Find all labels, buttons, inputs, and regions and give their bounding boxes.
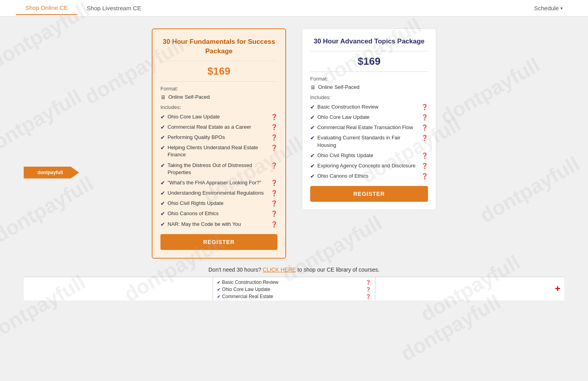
fundamentals-price: $169	[160, 65, 277, 77]
help-icon[interactable]: ❓	[421, 114, 428, 120]
list-item: ✔ Understanding Environmental Regulation…	[160, 190, 277, 197]
fundamentals-course-list: ✔ Ohio Core Law Update ❓ ✔ Commercial Re…	[160, 113, 277, 228]
check-icon: ✔	[160, 114, 165, 120]
check-icon: ✔	[160, 162, 165, 169]
advanced-package-card: 30 Hour Advanced Topics Package $169 For…	[302, 28, 436, 210]
advanced-card-title: 30 Hour Advanced Topics Package	[310, 37, 428, 46]
list-item: ✔ Ohio Civil Rights Update ❓	[310, 152, 428, 159]
fundamentals-format-value: 🖥 Online Self-Paced	[160, 94, 277, 100]
navigation: Shop Online CE Shop Livestream CE Schedu…	[0, 0, 588, 17]
arrow-badge-label: dontpayfull	[24, 167, 79, 178]
check-icon: ✔	[310, 135, 315, 141]
list-item: ✔ NAR: May the Code be with You ❓	[160, 221, 277, 228]
fundamentals-register-button[interactable]: REGISTER	[160, 234, 277, 250]
partial-middle-panel: ✔ Basic Construction Review ❓ ✔ Ohio Cor…	[213, 277, 375, 300]
check-icon: ✔	[160, 180, 165, 186]
fundamentals-includes-label: Includes:	[160, 104, 277, 110]
expand-button[interactable]: +	[555, 283, 560, 294]
list-item: ✔ Ohio Civil Rights Update ❓	[160, 200, 277, 207]
help-icon[interactable]: ❓	[271, 145, 277, 151]
chevron-down-icon: ▾	[560, 6, 563, 11]
help-icon[interactable]: ❓	[271, 180, 277, 186]
card-divider-1	[160, 61, 277, 61]
check-icon: ✔	[310, 104, 315, 110]
check-icon: ✔	[160, 190, 165, 196]
partial-bottom-section: ✔ Basic Construction Review ❓ ✔ Ohio Cor…	[24, 277, 564, 300]
help-icon[interactable]: ❓	[421, 173, 428, 179]
list-item: ✔ Exploring Agency Concepts and Disclosu…	[310, 162, 428, 169]
list-item: ✔ Ohio Core Law Update ❓	[217, 286, 371, 293]
list-item: ✔ Evaluating Current Standards in Fair H…	[310, 134, 428, 148]
help-icon[interactable]: ❓	[271, 210, 277, 217]
check-icon: ✔	[217, 287, 220, 292]
help-icon[interactable]: ❓	[271, 190, 277, 196]
list-item: ✔ Commercial Real Estate ❓	[217, 293, 371, 300]
list-item: ✔ Ohio Core Law Update ❓	[310, 114, 428, 121]
check-icon: ✔	[310, 124, 315, 131]
list-item: ✔ Ohio Canons of Ethics ❓	[310, 173, 428, 180]
list-item: ✔ Commercial Real Estate as a Career ❓	[160, 124, 277, 131]
check-icon: ✔	[160, 124, 165, 130]
help-icon[interactable]: ❓	[421, 124, 428, 131]
nav-schedule[interactable]: Schedule ▾	[524, 2, 572, 15]
help-icon[interactable]: ❓	[366, 280, 371, 285]
click-here-link[interactable]: CLICK HERE	[263, 267, 296, 273]
check-icon: ✔	[217, 280, 220, 285]
check-icon: ✔	[160, 200, 165, 206]
check-icon: ✔	[217, 294, 220, 299]
list-item: ✔ Taking the Distress Out of Distressed …	[160, 162, 277, 176]
help-icon[interactable]: ❓	[366, 294, 371, 299]
help-icon[interactable]: ❓	[421, 135, 428, 141]
fundamentals-card-title: 30 Hour Fundamentals for Success Package	[160, 37, 277, 56]
help-icon[interactable]: ❓	[366, 287, 371, 292]
bottom-cta-text: Don't need 30 hours? CLICK HERE to shop …	[24, 267, 564, 273]
advanced-format-value: 🖥 Online Self-Paced	[310, 84, 428, 90]
partial-right-panel: +	[375, 277, 564, 300]
list-item: ✔ Basic Construction Review ❓	[310, 103, 428, 111]
list-item: ✔ "What's the FHA Appraiser Looking For?…	[160, 179, 277, 186]
check-icon: ✔	[310, 173, 315, 179]
partial-left-panel	[24, 277, 213, 300]
help-icon[interactable]: ❓	[271, 134, 277, 141]
list-item: ✔ Ohio Core Law Update ❓	[160, 113, 277, 120]
check-icon: ✔	[160, 210, 165, 217]
fundamentals-package-card: 30 Hour Fundamentals for Success Package…	[152, 28, 286, 259]
nav-shop-livestream-ce[interactable]: Shop Livestream CE	[77, 2, 151, 15]
list-item: ✔ Helping Clients Understand Real Estate…	[160, 144, 277, 158]
check-icon: ✔	[310, 163, 315, 169]
advanced-includes-label: Includes:	[310, 94, 428, 100]
advanced-register-button[interactable]: REGISTER	[310, 186, 428, 202]
nav-shop-online-ce[interactable]: Shop Online CE	[16, 1, 77, 15]
card-divider-2	[160, 81, 277, 82]
list-item: ✔ Ohio Canons of Ethics ❓	[160, 210, 277, 217]
check-icon: ✔	[160, 145, 165, 151]
help-icon[interactable]: ❓	[271, 221, 277, 227]
check-icon: ✔	[160, 134, 165, 141]
fundamentals-format-label: Format:	[160, 86, 277, 92]
check-icon: ✔	[310, 152, 315, 159]
help-icon[interactable]: ❓	[271, 200, 277, 206]
check-icon: ✔	[160, 221, 165, 227]
help-icon[interactable]: ❓	[271, 114, 277, 120]
advanced-format-label: Format:	[310, 76, 428, 82]
main-content: dontpayfull 30 Hour Fundamentals for Suc…	[0, 17, 588, 372]
help-icon[interactable]: ❓	[421, 152, 428, 159]
card-divider-3	[310, 51, 428, 51]
monitor-icon: 🖥	[160, 94, 166, 100]
help-icon[interactable]: ❓	[421, 163, 428, 169]
card-divider-4	[310, 71, 428, 72]
list-item: ✔ Commercial Real Estate Transaction Flo…	[310, 124, 428, 131]
check-icon: ✔	[310, 114, 315, 120]
help-icon[interactable]: ❓	[271, 162, 277, 169]
monitor-icon: 🖥	[310, 84, 316, 90]
list-item: ✔ Basic Construction Review ❓	[217, 279, 371, 286]
advanced-price: $169	[310, 55, 428, 68]
promo-arrow-badge: dontpayfull	[24, 167, 79, 178]
package-cards-row: 30 Hour Fundamentals for Success Package…	[24, 28, 564, 259]
list-item: ✔ Performing Quality BPOs ❓	[160, 134, 277, 141]
advanced-course-list: ✔ Basic Construction Review ❓ ✔ Ohio Cor…	[310, 103, 428, 180]
help-icon[interactable]: ❓	[421, 104, 428, 110]
help-icon[interactable]: ❓	[271, 124, 277, 130]
